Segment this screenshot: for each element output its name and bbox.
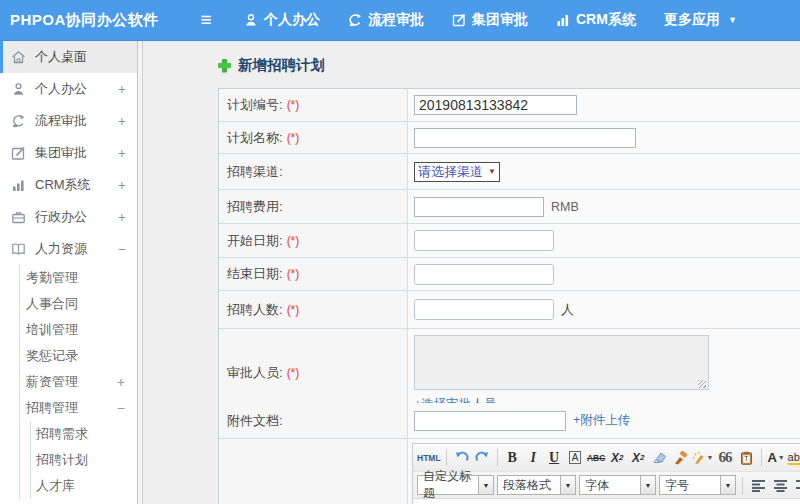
custom-title-select[interactable]: 自定义标题▼ bbox=[417, 475, 494, 495]
attachment-input[interactable] bbox=[414, 411, 566, 431]
sidebar-item-group-approval[interactable]: 集团审批 + bbox=[0, 137, 137, 169]
custom-title-select-value: 自定义标题 bbox=[418, 476, 478, 494]
undo-icon bbox=[454, 451, 469, 465]
field-label-text: 结束日期: bbox=[227, 265, 283, 283]
rich-text-editor: HTML B I U A ABC X2 X2 bbox=[412, 443, 800, 504]
topnav-crm[interactable]: CRM系统 bbox=[556, 11, 636, 29]
attachment-upload-link[interactable]: +附件上传 bbox=[573, 412, 630, 429]
end-date-input[interactable] bbox=[414, 264, 554, 285]
redo-button[interactable] bbox=[473, 447, 492, 468]
sidebar-item-salary[interactable]: 薪资管理+ bbox=[20, 369, 137, 395]
expand-plus-icon[interactable]: + bbox=[118, 209, 126, 225]
collapse-minus-icon[interactable]: − bbox=[117, 400, 125, 416]
approvers-textarea[interactable] bbox=[414, 335, 709, 390]
undo-button[interactable] bbox=[452, 447, 471, 468]
topnav-group-approval[interactable]: 集团审批 bbox=[452, 11, 528, 29]
toolbar-separator bbox=[742, 477, 743, 494]
plan-name-input[interactable] bbox=[414, 128, 636, 148]
fee-input[interactable] bbox=[414, 197, 544, 217]
required-mark: (*) bbox=[287, 234, 300, 248]
sidebar-item-attendance[interactable]: 考勤管理 bbox=[20, 265, 137, 291]
collapse-minus-icon[interactable]: − bbox=[118, 241, 126, 257]
sidebar-item-flow-approval[interactable]: 流程审批 + bbox=[0, 105, 137, 137]
field-label: 计划名称:(*) bbox=[219, 122, 408, 153]
sidebar: 个人桌面 个人办公 + 流程审批 + 集团审批 + CRM系统 + 行政办公 + bbox=[0, 41, 137, 504]
align-right-button[interactable] bbox=[793, 475, 800, 496]
field-value: 请选择渠道 ▼ bbox=[408, 154, 800, 189]
topnav-more-apps[interactable]: 更多应用 ▼ bbox=[664, 11, 737, 29]
font-family-select[interactable]: 字体▼ bbox=[579, 475, 656, 495]
fee-unit: RMB bbox=[551, 200, 579, 214]
expand-plus-icon[interactable]: + bbox=[117, 374, 125, 390]
sidebar-item-training[interactable]: 培训管理 bbox=[20, 317, 137, 343]
html-source-button[interactable]: HTML bbox=[417, 447, 441, 468]
field-label-text: 计划名称: bbox=[227, 129, 283, 147]
sidebar-item-recruit-plan[interactable]: 招聘计划 bbox=[31, 447, 137, 473]
border-a-glyph: A bbox=[569, 451, 582, 464]
hamburger-menu-icon[interactable]: ≡ bbox=[186, 9, 226, 31]
required-mark: (*) bbox=[287, 267, 300, 281]
sidebar-item-recruit-mgmt[interactable]: 招聘管理− bbox=[20, 395, 137, 421]
sidebar-item-hr[interactable]: 人力资源 − bbox=[0, 233, 137, 265]
topnav-label: 更多应用 bbox=[664, 11, 720, 29]
sidebar-item-admin-office[interactable]: 行政办公 + bbox=[0, 201, 137, 233]
sidebar-item-talent-pool[interactable]: 人才库 bbox=[31, 473, 137, 499]
superscript-button[interactable]: X2 bbox=[608, 447, 627, 468]
sidebar-item-recruit-demand[interactable]: 招聘需求 bbox=[31, 421, 137, 447]
expand-plus-icon[interactable]: + bbox=[118, 145, 126, 161]
subscript-button[interactable]: X2 bbox=[629, 447, 648, 468]
topnav-flow-approval[interactable]: 流程审批 bbox=[348, 11, 424, 29]
strikethrough-button[interactable]: ABC bbox=[587, 447, 606, 468]
highlight-color-button[interactable]: ab▼ bbox=[788, 447, 800, 468]
plan-no-input[interactable] bbox=[414, 95, 577, 115]
underline-button[interactable]: U bbox=[545, 447, 564, 468]
quote-button[interactable]: 66 bbox=[716, 447, 735, 468]
sidebar-item-desktop[interactable]: 个人桌面 bbox=[0, 41, 137, 73]
paste-text-button[interactable]: T bbox=[737, 447, 756, 468]
subscript-mark: 2 bbox=[640, 453, 644, 462]
sidebar-item-hr-contract[interactable]: 人事合同 bbox=[20, 291, 137, 317]
autotype-button[interactable]: ▼ bbox=[692, 447, 714, 468]
eraser-button[interactable] bbox=[650, 447, 669, 468]
expand-plus-icon[interactable]: + bbox=[118, 113, 126, 129]
bold-button[interactable]: B bbox=[503, 447, 522, 468]
expand-plus-icon[interactable]: + bbox=[118, 81, 126, 97]
headcount-unit: 人 bbox=[561, 301, 574, 319]
toolbar-separator bbox=[761, 449, 762, 466]
sidebar-item-personal-office[interactable]: 个人办公 + bbox=[0, 73, 137, 105]
italic-button[interactable]: I bbox=[524, 447, 543, 468]
home-icon bbox=[11, 50, 27, 64]
topnav-label: 个人办公 bbox=[264, 11, 320, 29]
sidebar-item-label: 个人桌面 bbox=[35, 48, 87, 66]
headcount-input[interactable] bbox=[414, 299, 554, 320]
field-label-text: 招聘渠道: bbox=[227, 163, 283, 181]
font-family-select-value: 字体 bbox=[580, 476, 640, 494]
start-date-input[interactable] bbox=[414, 230, 554, 251]
align-left-button[interactable] bbox=[749, 475, 768, 496]
format-brush-button[interactable] bbox=[671, 447, 690, 468]
font-color-button[interactable]: A▼ bbox=[767, 447, 786, 468]
field-label: 附件文档: bbox=[219, 403, 408, 438]
sidebar-item-label: 人事合同 bbox=[26, 295, 78, 313]
caret-down-icon: ▼ bbox=[707, 454, 714, 461]
align-center-button[interactable] bbox=[771, 475, 790, 496]
form-row-fee: 招聘费用: RMB bbox=[219, 189, 800, 223]
sidebar-item-crm[interactable]: CRM系统 + bbox=[0, 169, 137, 201]
topnav-personal-office[interactable]: 个人办公 bbox=[244, 11, 320, 29]
font-size-select[interactable]: 字号▼ bbox=[659, 475, 736, 495]
field-label: 结束日期:(*) bbox=[219, 258, 408, 290]
channel-select[interactable]: 请选择渠道 ▼ bbox=[414, 162, 500, 182]
paragraph-format-select[interactable]: 段落格式▼ bbox=[497, 475, 576, 495]
person-icon bbox=[11, 82, 27, 96]
topnav-label: CRM系统 bbox=[576, 11, 636, 29]
superscript-glyph: X bbox=[611, 451, 619, 465]
sidebar-item-rewards[interactable]: 奖惩记录 bbox=[20, 343, 137, 369]
field-value bbox=[408, 122, 800, 153]
expand-plus-icon[interactable]: + bbox=[118, 177, 126, 193]
field-label: 计划编号:(*) bbox=[219, 89, 408, 121]
field-label-text: 附件文档: bbox=[227, 412, 283, 430]
channel-select-value: 请选择渠道 bbox=[418, 163, 483, 181]
form-row-channel: 招聘渠道: 请选择渠道 ▼ bbox=[219, 153, 800, 189]
border-a-button[interactable]: A bbox=[566, 447, 585, 468]
sidebar-item-label: 招聘计划 bbox=[36, 451, 88, 469]
